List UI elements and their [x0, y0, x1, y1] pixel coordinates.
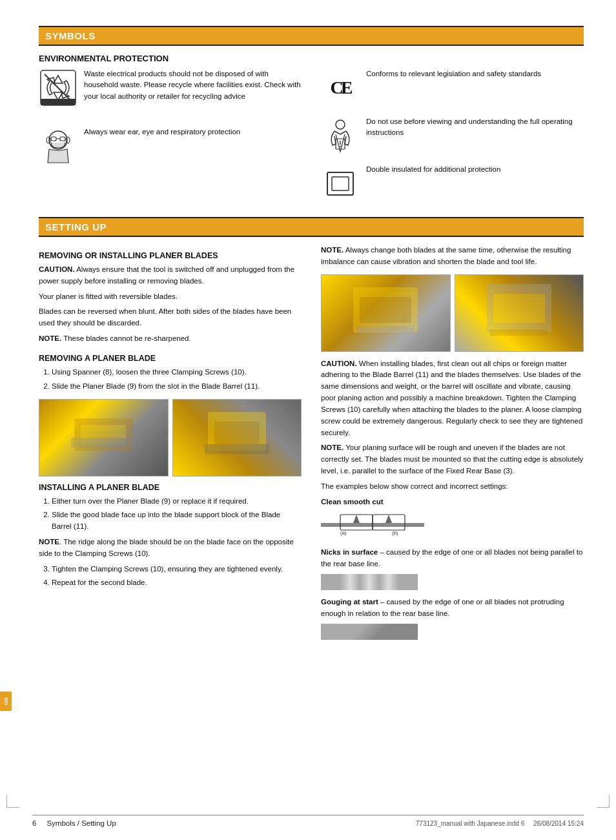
- removing-image-left: [39, 399, 169, 476]
- note3-body: Your planing surface will be rough and u…: [321, 444, 583, 475]
- footer-file-info: 773123_manual with Japanese.indd 6 26/08…: [416, 820, 584, 827]
- symbols-heading: SYMBOLS: [39, 27, 584, 45]
- installing-step-1: Either turn over the Planer Blade (9) or…: [52, 496, 302, 507]
- installing-image-right: [455, 274, 584, 352]
- caution-label-1: CAUTION.: [39, 265, 75, 273]
- setting-up-heading: SETTING UP: [39, 218, 584, 236]
- removing-installing-title: REMOVING OR INSTALLING PLANER BLADES: [39, 251, 302, 260]
- double-insulated-text: Double insulated for additional protecti…: [366, 164, 584, 175]
- symbols-header: SYMBOLS: [39, 26, 584, 46]
- footer-page-label: Symbols / Setting Up: [46, 819, 116, 827]
- read-instructions-icon: [321, 116, 360, 155]
- symbols-section: SYMBOLS ENVIRONMENTAL PROTECTION: [39, 26, 584, 212]
- symbols-grid: Waste electrical products should not be …: [39, 68, 584, 212]
- caution-body-1: Always ensure that the tool is switched …: [39, 265, 294, 285]
- ce-text: Conforms to relevant legislation and saf…: [366, 68, 584, 79]
- svg-rect-4: [51, 137, 56, 141]
- removing-step-1: Using Spanner (8), loosen the three Clam…: [52, 367, 302, 378]
- removing-blade-title: REMOVING A PLANER BLADE: [39, 354, 302, 363]
- clean-smooth-cut-label: Clean smooth cut: [321, 497, 584, 508]
- installing-blade-steps: Either turn over the Planer Blade (9) or…: [39, 496, 302, 533]
- svg-rect-17: [71, 438, 136, 447]
- planer-fitted-text: Your planer is fitted with reversible bl…: [39, 291, 302, 303]
- setting-up-two-col: REMOVING OR INSTALLING PLANER BLADES CAU…: [39, 245, 584, 644]
- symbols-right-col: CE Conforms to relevant legislation and …: [321, 68, 584, 212]
- svg-rect-5: [60, 137, 65, 141]
- examples-text: The examples below show correct and inco…: [321, 481, 584, 493]
- ce-mark-icon: CE: [321, 68, 360, 107]
- corner-mark-bl: [6, 795, 19, 808]
- ppe-icon: [39, 127, 77, 165]
- note-always-change: NOTE. Always change both blades at the s…: [321, 245, 584, 268]
- svg-rect-25: [493, 294, 545, 323]
- nicks-label: Nicks in surface: [321, 548, 378, 556]
- clean-cut-diagram: (a) (b): [321, 511, 584, 539]
- note1-label: NOTE.: [39, 334, 61, 342]
- svg-point-8: [66, 137, 70, 143]
- note2-body: . The ridge along the blade should be on…: [39, 538, 294, 557]
- gouge-label: Gouging at start: [321, 598, 378, 606]
- gouge-diagram: [321, 624, 418, 640]
- symbol-row-double-insulated: Double insulated for additional protecti…: [321, 164, 584, 203]
- footer-file-name: 773123_manual with Japanese.indd 6: [416, 820, 524, 827]
- double-insulated-icon: [321, 164, 360, 203]
- caution2-label: CAUTION.: [321, 360, 357, 367]
- installing-images: [321, 274, 584, 352]
- note1-text: NOTE. These blades cannot be re-sharpene…: [39, 333, 302, 345]
- caution2-text: CAUTION. When installing blades, first c…: [321, 358, 584, 439]
- gouge-dash: –: [378, 598, 387, 606]
- svg-text:(a): (a): [340, 530, 347, 536]
- svg-line-1: [45, 74, 72, 101]
- nicks-diagram: [321, 574, 418, 590]
- svg-rect-26: [490, 329, 548, 336]
- svg-rect-23: [356, 326, 415, 333]
- symbol-row-read: Do not use before viewing and understand…: [321, 116, 584, 155]
- footer-page-number: 6: [32, 819, 36, 827]
- removing-image-right: [172, 399, 302, 476]
- ppe-text: Always wear ear, eye and respiratory pro…: [84, 127, 302, 138]
- removing-step-2: Slide the Planer Blade (9) from the slot…: [52, 381, 302, 393]
- installing-step-2: Slide the good blade face up into the bl…: [52, 509, 302, 533]
- blades-reversed-text: Blades can be reversed when blunt. After…: [39, 306, 302, 329]
- footer: 6 Symbols / Setting Up 773123_manual wit…: [32, 815, 584, 827]
- svg-text:(b): (b): [392, 530, 398, 536]
- setting-up-section: SETTING UP REMOVING OR INSTALLING PLANER…: [39, 217, 584, 644]
- caution2-body: When installing blades, first clean out …: [321, 360, 582, 436]
- recycle-text: Waste electrical products should not be …: [84, 68, 302, 102]
- symbol-row-recycle: Waste electrical products should not be …: [39, 68, 302, 107]
- installing-step-3: Tighten the Clamping Screws (10), ensuri…: [52, 564, 302, 575]
- footer-date: 26/08/2014 15:24: [533, 820, 584, 827]
- read-instructions-text: Do not use before viewing and understand…: [366, 116, 584, 139]
- recycle-crossed-icon: [39, 68, 77, 107]
- svg-point-12: [340, 146, 341, 147]
- note-always-label: NOTE.: [321, 246, 344, 254]
- installing-blade-title: INSTALLING A PLANER BLADE: [39, 483, 302, 492]
- symbol-row-ppe: Always wear ear, eye and respiratory pro…: [39, 127, 302, 165]
- removing-images: [39, 399, 302, 476]
- removing-blade-steps: Using Spanner (8), loosen the three Clam…: [39, 367, 302, 393]
- installing-step-4: Repeat for the second blade.: [52, 577, 302, 589]
- symbol-row-ce: CE Conforms to relevant legislation and …: [321, 68, 584, 107]
- gb-language-badge: GB: [0, 691, 12, 711]
- footer-page-info: 6 Symbols / Setting Up: [32, 819, 116, 827]
- svg-rect-22: [360, 297, 411, 323]
- note-always-body: Always change both blades at the same ti…: [321, 246, 571, 265]
- symbols-left-col: Waste electrical products should not be …: [39, 68, 302, 212]
- setting-up-left-col: REMOVING OR INSTALLING PLANER BLADES CAU…: [39, 245, 302, 644]
- installing-image-left: [321, 274, 451, 352]
- note3-label: NOTE.: [321, 444, 344, 451]
- svg-point-7: [46, 137, 50, 143]
- setting-up-right-col: NOTE. Always change both blades at the s…: [321, 245, 584, 644]
- svg-rect-14: [332, 177, 349, 190]
- caution-text-1: CAUTION. Always ensure that the tool is …: [39, 264, 302, 287]
- svg-point-9: [336, 120, 345, 129]
- svg-rect-19: [214, 422, 260, 444]
- nicks-dash: –: [378, 548, 386, 556]
- nicks-text: Nicks in surface – caused by the edge of…: [321, 547, 584, 570]
- note3-text: NOTE. Your planing surface will be rough…: [321, 442, 584, 476]
- note1-body: These blades cannot be re-sharpened.: [61, 334, 191, 342]
- env-protection-title: ENVIRONMENTAL PROTECTION: [39, 54, 584, 63]
- svg-rect-2: [41, 99, 76, 105]
- note2-label: NOTE: [39, 538, 59, 546]
- setting-up-header: SETTING UP: [39, 217, 584, 237]
